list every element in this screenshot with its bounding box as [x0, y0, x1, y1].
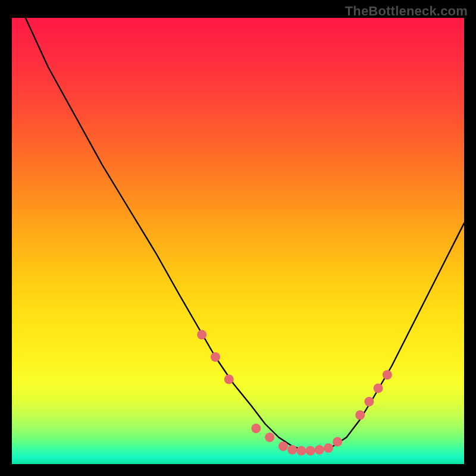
- chart-stage: TheBottleneck.com: [0, 0, 476, 476]
- bottleneck-curve: [12, 18, 464, 464]
- curve-marker: [296, 446, 306, 456]
- curve-marker: [333, 437, 342, 447]
- curve-marker: [265, 433, 274, 442]
- plot-area: [12, 18, 464, 464]
- curve-path: [26, 18, 464, 451]
- curve-marker: [306, 446, 315, 456]
- curve-marker: [324, 443, 333, 453]
- curve-marker: [211, 352, 220, 362]
- curve-marker: [355, 411, 365, 420]
- curve-marker: [374, 384, 383, 393]
- curve-marker: [224, 375, 234, 384]
- curve-marker: [315, 445, 324, 455]
- curve-marker: [251, 424, 261, 433]
- curve-marker: [383, 370, 392, 380]
- watermark-text: TheBottleneck.com: [345, 4, 468, 19]
- curve-marker: [287, 445, 297, 455]
- curve-marker: [278, 441, 288, 451]
- curve-marker: [364, 397, 374, 406]
- curve-marker: [197, 330, 206, 340]
